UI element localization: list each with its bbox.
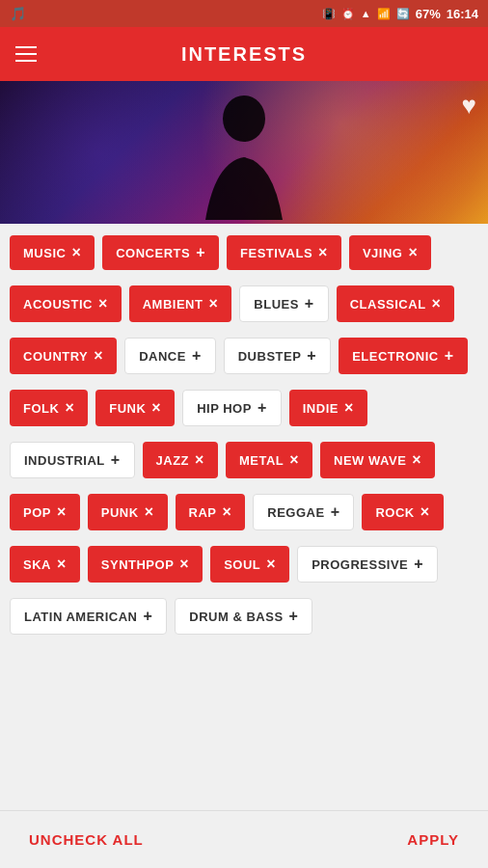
tag-label-latin: LATIN AMERICAN [24, 610, 138, 624]
close-icon-metal[interactable]: × [289, 452, 299, 468]
tag-festivals[interactable]: FESTIVALS× [227, 235, 341, 270]
tag-country[interactable]: COUNTRY× [10, 338, 117, 374]
tag-label-concerts: CONCERTS [116, 246, 190, 260]
plus-icon-drumandbass[interactable]: + [289, 609, 299, 624]
tag-rock[interactable]: ROCK× [362, 494, 443, 530]
tag-label-country: COUNTRY [23, 349, 88, 364]
tag-label-metal: METAL [239, 453, 284, 468]
tag-synthpop[interactable]: SYNTHPOP× [88, 546, 203, 583]
tag-label-soul: SOUL [224, 557, 260, 572]
tag-hiphop[interactable]: HIP HOP+ [182, 390, 282, 426]
tag-folk[interactable]: FOLK× [10, 390, 88, 426]
plus-icon-reggae[interactable]: + [331, 504, 340, 520]
tag-indie[interactable]: INDIE× [289, 390, 367, 426]
close-icon-festivals[interactable]: × [318, 245, 328, 260]
plus-icon-dance[interactable]: + [192, 348, 202, 364]
plus-icon-dubstep[interactable]: + [307, 348, 316, 364]
tag-jazz[interactable]: JAZZ× [143, 442, 218, 478]
close-icon-rap[interactable]: × [222, 504, 231, 520]
close-icon-punk[interactable]: × [145, 504, 154, 520]
tag-label-hiphop: HIP HOP [197, 401, 252, 416]
tag-dance[interactable]: DANCE+ [124, 338, 216, 374]
close-icon-folk[interactable]: × [65, 400, 74, 416]
sync-icon: 🔄 [396, 8, 410, 20]
tag-ambient[interactable]: AMBIENT× [129, 285, 232, 322]
close-icon-rock[interactable]: × [420, 504, 430, 520]
hero-heart-icon[interactable]: ♥ [462, 91, 476, 121]
person-silhouette [186, 85, 302, 220]
tag-blues[interactable]: BLUES+ [239, 285, 328, 322]
tag-label-funk: FUNK [109, 401, 146, 416]
page-title: INTERESTS [181, 43, 307, 66]
close-icon-ska[interactable]: × [57, 556, 67, 572]
tag-label-newwave: NEW WAVE [334, 453, 406, 468]
tag-label-music: MUSIC [23, 246, 66, 260]
close-icon-newwave[interactable]: × [412, 452, 421, 468]
tag-industrial[interactable]: INDUSTRIAL+ [10, 442, 135, 478]
close-icon-vjing[interactable]: × [408, 245, 418, 260]
tags-row: MUSIC×CONCERTS+FESTIVALS×VJING×ACOUSTIC×… [10, 235, 478, 642]
tag-label-vjing: VJING [363, 246, 403, 260]
plus-icon-industrial[interactable]: + [111, 452, 121, 468]
plus-icon-progressive[interactable]: + [414, 556, 423, 572]
tag-latin[interactable]: LATIN AMERICAN+ [10, 598, 167, 635]
close-icon-music[interactable]: × [71, 245, 81, 260]
tag-label-festivals: FESTIVALS [240, 246, 312, 260]
tag-music[interactable]: MUSIC× [10, 235, 95, 270]
vibrate-icon: 📳 [322, 8, 336, 20]
apply-button[interactable]: APPLY [407, 824, 459, 855]
close-icon-funk[interactable]: × [151, 400, 161, 416]
close-icon-classical[interactable]: × [432, 296, 442, 312]
tag-reggae[interactable]: REGGAE+ [253, 494, 354, 530]
alarm-icon: ⏰ [341, 8, 355, 20]
close-icon-pop[interactable]: × [57, 504, 67, 520]
close-icon-ambient[interactable]: × [208, 296, 218, 312]
tag-label-drumandbass: DRUM & BASS [189, 610, 283, 624]
close-icon-indie[interactable]: × [344, 400, 354, 416]
tag-label-jazz: JAZZ [156, 453, 190, 468]
close-icon-country[interactable]: × [94, 348, 103, 364]
tag-vjing[interactable]: VJING× [349, 235, 431, 270]
tag-ska[interactable]: SKA× [10, 546, 80, 583]
tag-classical[interactable]: CLASSICAL× [337, 285, 455, 322]
close-icon-acoustic[interactable]: × [98, 296, 108, 312]
tag-progressive[interactable]: PROGRESSIVE+ [297, 546, 438, 583]
plus-icon-concerts[interactable]: + [196, 245, 205, 260]
bottom-bar: UNCHECK ALL APPLY [0, 810, 488, 868]
tag-dubstep[interactable]: DUBSTEP+ [224, 338, 331, 374]
close-icon-jazz[interactable]: × [195, 452, 204, 468]
plus-icon-hiphop[interactable]: + [258, 400, 267, 416]
tag-soul[interactable]: SOUL× [210, 546, 289, 583]
tag-label-indie: INDIE [303, 401, 339, 416]
tag-punk[interactable]: PUNK× [88, 494, 168, 530]
close-icon-synthpop[interactable]: × [179, 556, 189, 572]
signal-icon: 📶 [377, 8, 391, 20]
tag-label-punk: PUNK [101, 505, 139, 520]
tag-label-pop: POP [23, 505, 51, 520]
tag-newwave[interactable]: NEW WAVE× [320, 442, 435, 478]
tag-label-acoustic: ACOUSTIC [23, 297, 93, 312]
tag-metal[interactable]: METAL× [226, 442, 312, 478]
tag-rap[interactable]: RAP× [176, 494, 246, 530]
tag-acoustic[interactable]: ACOUSTIC× [10, 285, 122, 322]
uncheck-all-button[interactable]: UNCHECK ALL [29, 824, 144, 855]
header: INTERESTS [0, 27, 488, 81]
tag-label-ska: SKA [23, 557, 51, 572]
status-bar-left: 🎵 [10, 6, 26, 21]
tag-electronic[interactable]: ELECTRONIC+ [339, 338, 467, 374]
tag-funk[interactable]: FUNK× [95, 390, 175, 426]
tag-drumandbass[interactable]: DRUM & BASS+ [175, 598, 312, 635]
app-icon: 🎵 [10, 6, 26, 21]
tag-label-rap: RAP [189, 505, 217, 520]
close-icon-soul[interactable]: × [266, 556, 276, 572]
tag-concerts[interactable]: CONCERTS+ [102, 235, 219, 270]
tag-label-rock: ROCK [375, 505, 414, 520]
wifi-icon: ▲ [361, 8, 371, 19]
plus-icon-electronic[interactable]: + [445, 348, 454, 364]
menu-button[interactable] [15, 46, 37, 62]
tag-pop[interactable]: POP× [10, 494, 80, 530]
tag-label-industrial: INDUSTRIAL [24, 453, 105, 468]
tag-label-blues: BLUES [254, 297, 299, 312]
plus-icon-blues[interactable]: + [305, 296, 314, 312]
plus-icon-latin[interactable]: + [144, 609, 153, 624]
